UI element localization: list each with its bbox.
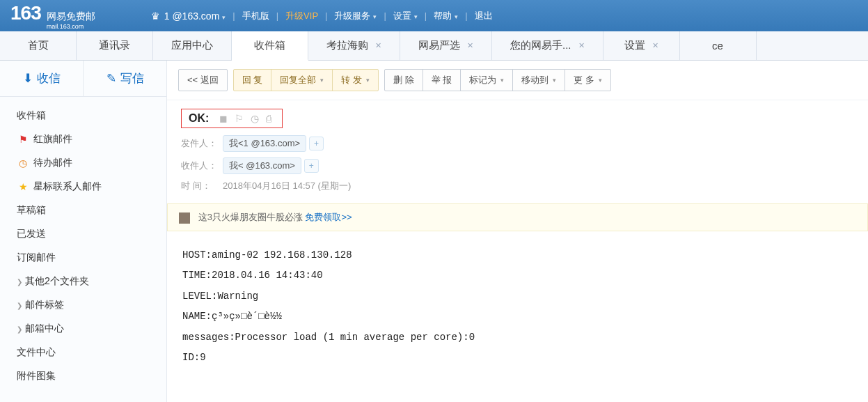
subject-box: OK: ◼ ⚐ ◷ ⎙ bbox=[181, 109, 283, 128]
close-icon[interactable]: ✕ bbox=[375, 41, 381, 50]
chevron-down-icon: ▾ bbox=[320, 77, 324, 84]
close-icon[interactable]: ✕ bbox=[467, 41, 473, 50]
tab-您的网易手...[interactable]: 您的网易手...✕ bbox=[492, 31, 603, 60]
from-row: 发件人： 我<1 @163.com> + bbox=[167, 132, 868, 155]
sidebar: ⬇收信 ✎写信 收件箱 ⚑红旗邮件 ◷待办邮件 ★星标联系人邮件 草稿箱 已发送… bbox=[0, 61, 167, 402]
to-chip[interactable]: 我< @163.com> bbox=[223, 157, 301, 174]
print-icon[interactable]: ⎙ bbox=[266, 113, 271, 124]
folder-attachments[interactable]: 附件图集 bbox=[0, 364, 166, 388]
markas-button[interactable]: 标记为▾ bbox=[460, 69, 513, 91]
delete-button[interactable]: 删 除 bbox=[384, 69, 423, 91]
tab-ce[interactable]: ce bbox=[680, 31, 757, 60]
vip-link[interactable]: 升级VIP bbox=[285, 10, 318, 22]
mail-content: << 返回 回 复 回复全部▾ 转 发▾ 删 除 举 报 标记为▾ 移动到▾ 更… bbox=[167, 61, 868, 402]
chevron-down-icon: ▾ bbox=[500, 77, 504, 84]
tab-考拉海购[interactable]: 考拉海购✕ bbox=[308, 31, 400, 60]
chevron-right-icon: ❯ bbox=[17, 278, 22, 286]
chevron-down-icon: ▾ bbox=[599, 77, 602, 84]
folder-subscribe[interactable]: 订阅邮件 bbox=[0, 246, 166, 270]
flag-icon: ⚑ bbox=[17, 134, 29, 145]
help-link[interactable]: 帮助 bbox=[434, 10, 458, 22]
report-button[interactable]: 举 报 bbox=[423, 69, 461, 91]
promo-thumb-icon bbox=[179, 212, 190, 224]
folder-flagged[interactable]: ⚑红旗邮件 bbox=[0, 127, 166, 151]
folder-starred[interactable]: ★星标联系人邮件 bbox=[0, 175, 166, 199]
folder-tags[interactable]: ❯邮件标签 bbox=[0, 293, 166, 317]
tab-应用中心[interactable]: 应用中心 bbox=[153, 31, 232, 60]
more-button[interactable]: 更 多▾ bbox=[565, 69, 611, 91]
reply-all-button[interactable]: 回复全部▾ bbox=[271, 69, 333, 91]
close-icon[interactable]: ✕ bbox=[652, 41, 658, 50]
chevron-down-icon: ▾ bbox=[553, 77, 556, 84]
tab-网易严选[interactable]: 网易严选✕ bbox=[400, 31, 492, 60]
logo[interactable]: 163 网易免费邮 mail.163.com bbox=[10, 2, 95, 30]
crown-icon: ♛ bbox=[151, 10, 160, 22]
from-chip[interactable]: 我<1 @163.com> bbox=[223, 135, 306, 152]
to-row: 收件人： 我< @163.com> + bbox=[167, 155, 868, 177]
promo-banner[interactable]: 这3只火爆朋友圈牛股必涨 免费领取>> bbox=[167, 203, 868, 231]
chevron-right-icon: ❯ bbox=[17, 325, 22, 333]
mail-toolbar: << 返回 回 复 回复全部▾ 转 发▾ 删 除 举 报 标记为▾ 移动到▾ 更… bbox=[167, 61, 868, 100]
folder-sent[interactable]: 已发送 bbox=[0, 222, 166, 246]
flag-outline-icon[interactable]: ⚐ bbox=[235, 113, 244, 124]
folder-other[interactable]: ❯其他2个文件夹 bbox=[0, 270, 166, 293]
logo-number: 163 bbox=[10, 2, 41, 24]
receive-button[interactable]: ⬇收信 bbox=[0, 61, 84, 96]
clock-outline-icon[interactable]: ◷ bbox=[251, 113, 259, 124]
logo-en: mail.163.com bbox=[47, 23, 95, 30]
tab-bar: 首页通讯录应用中心收件箱考拉海购✕网易严选✕您的网易手...✕设置✕ce bbox=[0, 31, 868, 61]
clock-icon: ◷ bbox=[17, 157, 29, 169]
top-header: 163 网易免费邮 mail.163.com ♛ 1 @163.com | 手机… bbox=[0, 0, 868, 31]
tab-通讯录[interactable]: 通讯录 bbox=[77, 31, 153, 60]
add-to-button[interactable]: + bbox=[304, 159, 319, 173]
tab-收件箱[interactable]: 收件箱 bbox=[232, 31, 308, 61]
bookmark-icon[interactable]: ◼ bbox=[219, 113, 228, 124]
close-icon[interactable]: ✕ bbox=[578, 41, 585, 50]
time-value: 2018年04月16日 14:57 (星期一) bbox=[223, 180, 351, 192]
chevron-down-icon: ▾ bbox=[366, 77, 370, 84]
moveto-button[interactable]: 移动到▾ bbox=[512, 69, 565, 91]
settings-link[interactable]: 设置 bbox=[393, 10, 418, 22]
forward-button[interactable]: 转 发▾ bbox=[332, 69, 379, 91]
download-icon: ⬇ bbox=[23, 72, 33, 85]
mail-subject: OK: bbox=[189, 112, 209, 125]
tab-设置[interactable]: 设置✕ bbox=[603, 31, 680, 60]
mail-body: HOST:aming-02 192.168.130.128 TIME:2018.… bbox=[167, 231, 868, 382]
mobile-link[interactable]: 手机版 bbox=[242, 10, 269, 22]
edit-icon: ✎ bbox=[106, 72, 116, 85]
folder-center[interactable]: ❯邮箱中心 bbox=[0, 317, 166, 341]
back-button[interactable]: << 返回 bbox=[178, 69, 228, 91]
folder-drafts[interactable]: 草稿箱 bbox=[0, 199, 166, 222]
folder-todo[interactable]: ◷待办邮件 bbox=[0, 151, 166, 175]
chevron-right-icon: ❯ bbox=[17, 302, 22, 309]
logout-link[interactable]: 退出 bbox=[475, 10, 493, 22]
folder-filecenter[interactable]: 文件中心 bbox=[0, 341, 166, 364]
time-row: 时 间： 2018年04月16日 14:57 (星期一) bbox=[167, 177, 868, 195]
reply-button[interactable]: 回 复 bbox=[233, 69, 272, 91]
tab-首页[interactable]: 首页 bbox=[0, 31, 77, 60]
add-from-button[interactable]: + bbox=[309, 137, 324, 150]
compose-button[interactable]: ✎写信 bbox=[84, 61, 166, 96]
logo-cn: 网易免费邮 bbox=[47, 10, 95, 22]
folder-inbox[interactable]: 收件箱 bbox=[0, 104, 166, 127]
promo-link[interactable]: 免费领取>> bbox=[305, 212, 352, 222]
user-email[interactable]: 1 @163.com bbox=[164, 10, 226, 22]
star-icon: ★ bbox=[17, 181, 29, 192]
upgrade-service-link[interactable]: 升级服务 bbox=[334, 10, 377, 22]
